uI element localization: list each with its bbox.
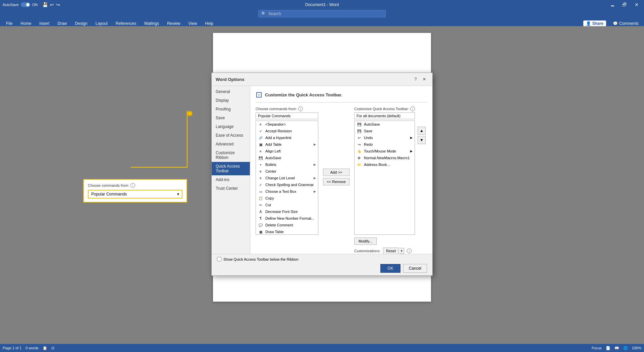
view-web-icon[interactable]: 🌐 [623,346,628,350]
autosave-cmd-icon: 💾 [258,155,263,161]
cmd-separator[interactable]: ≡ <Separator> [256,121,318,128]
cmd-define-number[interactable]: ¶ Define New Number Format... [256,215,318,222]
bullets-icon: • [258,162,263,167]
qa-address-book[interactable]: 📁 Address Book... [355,161,415,168]
spelling-icon: ✓ [258,182,263,187]
minimize-button[interactable]: 🗕 [608,0,617,9]
cmd-draw-table[interactable]: ▦ Draw Table [256,228,318,235]
cmd-cut[interactable]: ✂ Cut [256,202,318,208]
cmd-separator-label: <Separator> [265,122,286,126]
choose-commands-info[interactable]: i [298,106,303,111]
sidebar-quick-access-toolbar[interactable]: Quick Access Toolbar [212,162,250,175]
commands-from-dropdown[interactable]: Popular Commands [256,113,318,119]
qa-save[interactable]: 💾 Save [355,128,415,134]
qa-undo[interactable]: ↩ Undo ▶ [355,134,415,141]
footer-row2: OK Cancel [217,264,427,273]
cmd-change-list-label: Change List Level [265,176,295,180]
sidebar-display[interactable]: Display [212,96,250,105]
show-toolbar-checkbox[interactable] [217,257,221,261]
view-read-icon[interactable]: 📖 [614,346,619,350]
cmd-center[interactable]: ≡ Center [256,168,318,175]
sidebar-language[interactable]: Language [212,122,250,131]
cmd-bullets[interactable]: • Bullets ▶ [256,161,318,168]
share-button[interactable]: 👤 Share [583,20,606,27]
redo-icon[interactable]: ↪ [56,2,60,7]
sidebar-add-ins[interactable]: Add-ins [212,175,250,184]
qa-undo-label: Undo [364,136,373,140]
cmd-change-list-level[interactable]: ≡ Change List Level ▶ [256,175,318,181]
autosave-toggle[interactable] [21,2,30,7]
qa-save-label: Save [364,129,372,133]
cmd-bullets-label: Bullets [265,163,276,167]
left-panel: Choose commands from: i Popular Commands… [256,106,318,248]
cmd-align-left[interactable]: ≡ Align Left [256,148,318,155]
sidebar-save[interactable]: Save [212,114,250,122]
cmd-autosave[interactable]: 💾 AutoSave [256,155,318,161]
qa-touch-mouse[interactable]: 👆 Touch/Mouse Mode ▶ [355,148,415,155]
cmd-add-hyperlink[interactable]: 🔗 Add a Hyperlink [256,134,318,141]
commands-list[interactable]: ≡ <Separator> ✓ Accept Revision 🔗 Add a … [256,121,318,235]
qa-save-icon: 💾 [357,128,362,134]
restore-button[interactable]: 🗗 [620,0,629,9]
dialog-help-button[interactable]: ? [412,76,420,83]
cmd-center-label: Center [265,169,276,173]
qa-autosave-icon: 💾 [357,122,362,127]
cmd-define-number-label: Define New Number Format... [265,216,314,220]
sidebar-general[interactable]: General [212,87,250,96]
cmd-align-left-label: Align Left [265,149,281,153]
cmd-spelling-grammar[interactable]: ✓ Check Spelling and Grammar [256,181,318,188]
delete-comment-icon: 💬 [258,222,263,228]
cmd-copy[interactable]: 📋 Copy [256,195,318,202]
quick-access-list[interactable]: 💾 AutoSave 💾 Save ↩ Un [354,121,415,235]
reset-info[interactable]: i [407,249,412,253]
reset-arrow-button[interactable]: ▾ [399,248,404,254]
qa-address-icon: 📁 [357,162,362,167]
all-documents-dropdown[interactable]: For all documents (default) [354,113,415,119]
view-print-icon[interactable]: 📄 [606,346,610,350]
word-count: 0 words [25,346,39,350]
customize-qa-info[interactable]: i [410,106,415,111]
cancel-button[interactable]: Cancel [403,264,427,273]
qa-macro[interactable]: ⚙ Normal.NewMacros.Macro1 [355,155,415,161]
cmd-decrease-font[interactable]: A Decrease Font Size [256,208,318,215]
modify-button[interactable]: Modify... [354,237,377,245]
title-bar-right: 🗕 🗗 ✕ [608,0,641,9]
autosave-state: ON [32,3,38,7]
remove-button[interactable]: << Remove [323,178,350,185]
reset-button[interactable]: Reset [383,248,399,254]
move-up-button[interactable]: ▲ [418,127,426,135]
cmd-text-box[interactable]: ▭ Choose a Text Box ▶ [256,188,318,195]
sidebar-customize-ribbon[interactable]: Customize Ribbon [212,148,250,162]
focus-label[interactable]: Focus [592,346,602,350]
close-button[interactable]: ✕ [632,0,641,9]
move-down-button[interactable]: ▼ [418,136,426,144]
callout-choose-label: Choose commands from: [88,183,129,187]
add-button[interactable]: Add >> [323,169,350,176]
proofing-icon[interactable]: 📋 [43,346,47,350]
sidebar-ease-of-access[interactable]: Ease of Access [212,131,250,140]
qa-macro-label: Normal.NewMacros.Macro1 [364,156,410,160]
undo-icon[interactable]: ↩ [50,2,54,7]
cmd-accept-revision[interactable]: ✓ Accept Revision [256,128,318,134]
qa-redo[interactable]: ↪ Redo [355,141,415,148]
qa-autosave[interactable]: 💾 AutoSave [355,121,415,128]
callout-label: Choose commands from: i [88,183,182,188]
ok-button[interactable]: OK [380,264,400,273]
customizations-label: Customizations: [354,249,380,253]
callout-dropdown[interactable]: Popular Commands ▾ [88,190,182,199]
comments-button[interactable]: 💬 Comments [610,20,641,27]
save-icon[interactable]: 💾 [42,2,48,7]
record-macro-icon[interactable]: ⊡ [51,346,54,350]
comments-icon: 💬 [613,21,618,26]
right-panel-container: Customize Quick Access Toolbar: i For al… [354,106,427,248]
search-box[interactable]: 🔍 Search [258,10,386,17]
sidebar-advanced[interactable]: Advanced [212,140,250,148]
sidebar-proofing[interactable]: Proofing [212,105,250,114]
cmd-delete-comment[interactable]: 💬 Delete Comment [256,222,318,228]
callout-info-icon[interactable]: i [130,183,135,188]
dialog-close-button[interactable]: ✕ [420,76,428,83]
share-label: Share [592,21,603,26]
sidebar-trust-center[interactable]: Trust Center [212,184,250,193]
title-bar-center: Document1 - Word [305,2,339,7]
cmd-add-table[interactable]: ▦ Add Table ▶ [256,141,318,148]
